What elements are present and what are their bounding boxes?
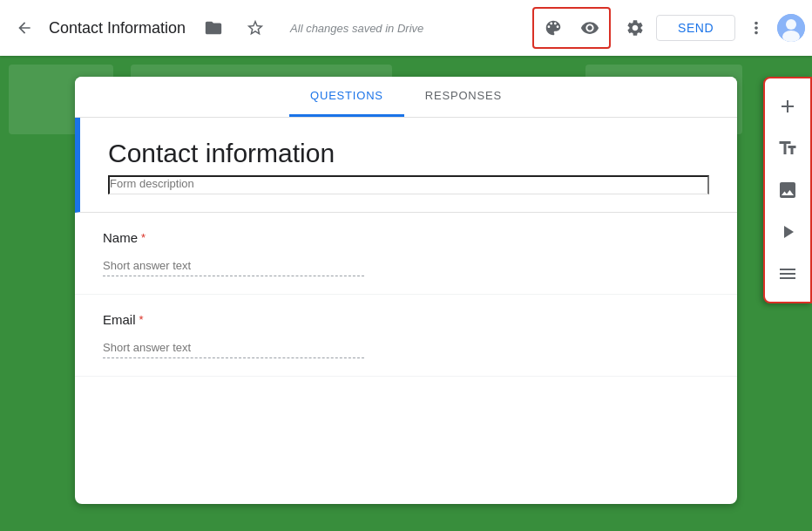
avatar[interactable] (777, 14, 805, 42)
svg-point-1 (786, 19, 796, 30)
add-video-button[interactable] (767, 211, 809, 253)
star-button[interactable] (238, 10, 273, 45)
form-container: QUESTIONS RESPONSES Contact information … (75, 77, 737, 504)
document-title: Contact Information (49, 19, 186, 37)
required-star-email: * (139, 313, 144, 326)
name-input[interactable] (103, 255, 364, 276)
question-card-email: Email * (75, 295, 737, 377)
email-input[interactable] (103, 337, 364, 358)
more-options-button[interactable] (739, 10, 774, 45)
save-status: All changes saved in Drive (290, 22, 423, 35)
question-card-name: Name * (75, 213, 737, 295)
question-label-email: Email * (103, 312, 709, 327)
background-area: QUESTIONS RESPONSES Contact information … (0, 56, 812, 531)
topbar: Contact Information All changes saved in… (0, 0, 812, 56)
send-button[interactable]: SEND (656, 15, 735, 41)
form-description-input[interactable] (108, 175, 709, 194)
add-title-button[interactable] (767, 127, 809, 169)
palette-button[interactable] (536, 10, 571, 45)
add-section-button[interactable] (767, 253, 809, 295)
tab-questions[interactable]: QUESTIONS (289, 77, 404, 117)
folder-button[interactable] (196, 10, 231, 45)
question-text-name: Name (103, 230, 138, 245)
tabs: QUESTIONS RESPONSES (75, 77, 737, 118)
tab-responses[interactable]: RESPONSES (404, 77, 523, 117)
form-title: Contact information (108, 139, 709, 168)
add-question-button[interactable] (767, 85, 809, 127)
side-toolbar (763, 77, 812, 303)
settings-button[interactable] (618, 10, 653, 45)
add-image-button[interactable] (767, 169, 809, 211)
question-text-email: Email (103, 312, 136, 327)
topbar-left: Contact Information All changes saved in… (7, 10, 532, 45)
question-label-name: Name * (103, 230, 709, 245)
form-title-section: Contact information (75, 118, 737, 213)
back-button[interactable] (7, 10, 42, 45)
highlight-box (532, 7, 611, 49)
form-content: Contact information Name * Email * (75, 118, 737, 377)
topbar-right: SEND (532, 7, 805, 49)
required-star-name: * (141, 231, 145, 244)
preview-button[interactable] (572, 10, 607, 45)
